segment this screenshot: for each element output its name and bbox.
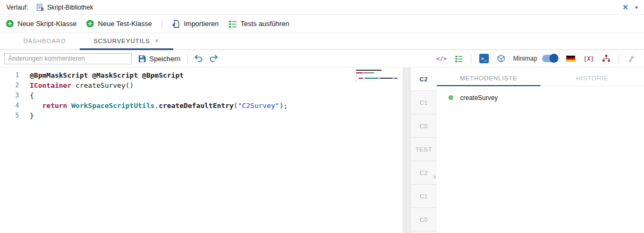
code-text: @BpmMaskScript @MaskScript @BpmScript	[27, 70, 184, 80]
plus-circle-icon	[6, 20, 14, 28]
xml-icon: [X]	[583, 55, 594, 62]
code-line: 5}	[0, 111, 403, 121]
class-strip-item-c2[interactable]: C2	[411, 68, 437, 91]
line-number: 4	[0, 101, 27, 111]
class-strip-item-c0[interactable]: C0	[411, 114, 437, 138]
test-list-button[interactable]	[455, 55, 463, 63]
main-toolbar: Neue Skript-Klasse Neue Test-Klasse Impo…	[0, 15, 644, 33]
hierarchy-icon	[602, 55, 611, 62]
save-icon	[138, 55, 146, 63]
line-number: 5	[0, 111, 27, 121]
code-icon: </>	[436, 55, 447, 62]
panel-tabs: METHODENLISTE HISTORIE	[437, 71, 644, 86]
plus-circle-icon	[86, 20, 94, 28]
method-visibility-icon	[448, 95, 453, 100]
panel-collapse-handle[interactable]: ›	[432, 172, 437, 181]
toolbar-separator	[618, 54, 619, 63]
undo-icon	[194, 55, 203, 63]
tab-close-icon[interactable]: ×	[155, 37, 159, 44]
comment-input[interactable]	[4, 53, 132, 64]
code-line: 4 return WorkSpaceScriptUtils.createDefa…	[0, 101, 403, 111]
new-test-class-button[interactable]: Neue Test-Klasse	[86, 20, 152, 28]
method-name: createSurvey	[460, 94, 498, 102]
minimap-label: Minimap	[513, 55, 537, 62]
line-number: 2	[0, 80, 27, 90]
redo-button[interactable]	[209, 55, 218, 63]
line-number: 3	[0, 90, 27, 101]
code-line: 3{	[0, 90, 403, 101]
minimap[interactable]	[356, 70, 397, 81]
editor-scrollbar[interactable]	[403, 68, 410, 233]
tab-bar: DASHBOARD SCSURVEYUTILS ×	[0, 33, 644, 50]
code-format-button[interactable]: </>	[436, 55, 447, 62]
minimap-toggle-group: Minimap	[513, 55, 558, 62]
tab-dashboard[interactable]: DASHBOARD	[10, 33, 80, 50]
code-text: {	[27, 90, 34, 101]
xml-export-button[interactable]: [X]	[583, 55, 594, 62]
history-item-label: Skript-Bibliothek	[47, 4, 94, 11]
button-label: Neue Test-Klasse	[98, 20, 152, 28]
code-area: 1@BpmMaskScript @MaskScript @BpmScript2I…	[0, 70, 403, 121]
button-label: Tests ausführen	[241, 20, 290, 28]
line-number: 1	[0, 70, 27, 80]
redo-icon	[209, 55, 218, 63]
method-list: createSurvey	[437, 86, 644, 104]
minimap-toggle[interactable]	[542, 55, 558, 62]
run-tests-icon	[228, 20, 237, 28]
toolbar-separator	[162, 19, 162, 29]
german-flag-icon[interactable]	[566, 55, 575, 62]
tab-label: DASHBOARD	[23, 38, 66, 44]
method-list-item[interactable]: createSurvey	[448, 91, 644, 104]
code-line: 2IContainer createSurvey()	[0, 80, 403, 90]
console-button[interactable]: >_	[479, 54, 489, 63]
cube-icon	[497, 54, 505, 63]
history-bar-actions: × ▾	[623, 3, 638, 12]
toggle-knob	[549, 54, 558, 63]
history-label: Verlauf:	[6, 4, 28, 11]
chevron-down-icon[interactable]: ▾	[635, 5, 638, 10]
package-cube-button[interactable]	[497, 54, 505, 63]
right-panel: METHODENLISTE HISTORIE createSurvey	[437, 68, 644, 233]
tab-label: SCSURVEYUTILS	[94, 38, 150, 44]
code-line: 1@BpmMaskScript @MaskScript @BpmScript	[0, 70, 403, 80]
code-text: }	[27, 111, 34, 121]
close-icon[interactable]: ×	[623, 3, 628, 12]
editor-toolbar: Speichern </> >_ Minimap	[0, 50, 644, 68]
code-editor[interactable]: 1@BpmMaskScript @MaskScript @BpmScript2I…	[0, 68, 403, 233]
new-script-class-button[interactable]: Neue Skript-Klasse	[6, 20, 77, 28]
function-disabled-icon: ƒ	[627, 54, 635, 63]
console-icon: >_	[481, 56, 487, 61]
class-strip-item-c1[interactable]: C1	[411, 91, 437, 114]
toolbar-separator	[471, 54, 471, 63]
tab-historie[interactable]: HISTORIE	[540, 71, 644, 86]
code-text: IContainer createSurvey()	[27, 80, 134, 90]
class-strip: C2C1C0TESTC2C1C0	[410, 68, 437, 233]
import-icon	[172, 20, 180, 28]
save-label: Speichern	[149, 55, 181, 63]
class-strip-item-test[interactable]: TEST	[411, 138, 437, 161]
class-strip-item-c1[interactable]: C1	[411, 185, 437, 208]
import-button[interactable]: Importieren	[172, 20, 219, 28]
editor-toolbar-right: </> >_ Minimap [X]	[436, 54, 640, 63]
class-strip-item-c0[interactable]: C0	[411, 208, 437, 231]
run-tests-button[interactable]: Tests ausführen	[228, 20, 290, 28]
code-text: return WorkSpaceScriptUtils.createDefaul…	[27, 101, 287, 111]
script-library-icon	[37, 4, 44, 11]
tab-methodenliste[interactable]: METHODENLISTE	[437, 71, 540, 86]
undo-button[interactable]	[194, 55, 203, 63]
save-button[interactable]: Speichern	[138, 55, 181, 63]
button-label: Importieren	[184, 20, 219, 28]
hierarchy-button[interactable]	[602, 55, 611, 62]
script-library-app: Verlauf: Skript-Bibliothek × ▾ Neue Skri…	[0, 0, 644, 233]
history-item-skript-bibliothek[interactable]: Skript-Bibliothek	[37, 4, 94, 11]
tab-scsurveyutils[interactable]: SCSURVEYUTILS ×	[80, 33, 173, 50]
test-list-icon	[455, 55, 463, 63]
history-bar: Verlauf: Skript-Bibliothek × ▾	[0, 0, 644, 15]
button-label: Neue Skript-Klasse	[18, 20, 77, 28]
main-area: 1@BpmMaskScript @MaskScript @BpmScript2I…	[0, 68, 644, 233]
toolbar-separator	[187, 54, 188, 63]
